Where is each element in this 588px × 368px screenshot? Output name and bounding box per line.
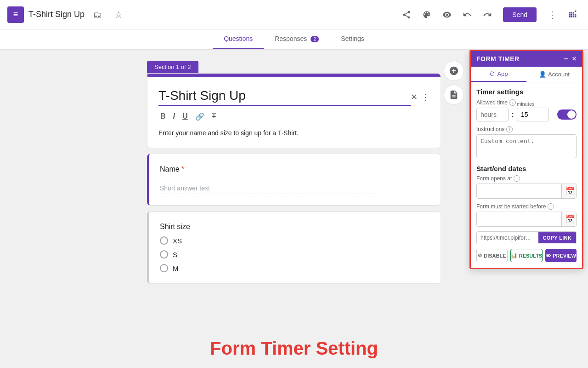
minutes-label: minutes xyxy=(517,101,535,107)
star-button[interactable]: ☆ xyxy=(110,6,127,23)
instructions-info-icon[interactable]: i xyxy=(506,126,513,132)
form-timer-header: FORM TIMER − × xyxy=(471,51,582,67)
form-area: Section 1 of 2 T-Shirt Sign Up ✕ ⋮ B I U… xyxy=(147,61,441,357)
format-toolbar: B I U 🔗 T̶ xyxy=(158,111,430,122)
disable-button[interactable]: ⊘ DISABLE xyxy=(476,249,508,262)
account-tab-label: Account xyxy=(548,71,570,78)
opens-at-label: Form opens at xyxy=(476,175,512,182)
main-content: Section 1 of 2 T-Shirt Sign Up ✕ ⋮ B I U… xyxy=(0,50,588,368)
must-start-label: Form must be started before xyxy=(476,203,546,210)
radio-circle-m[interactable] xyxy=(160,264,168,272)
ft-tab-app[interactable]: ⏱ App xyxy=(471,67,526,82)
radio-label-m: M xyxy=(173,264,179,272)
folder-button[interactable]: 🗂 xyxy=(89,6,106,23)
question-title-name: Name * xyxy=(160,165,430,173)
bold-button[interactable]: B xyxy=(158,111,168,122)
form-title-actions: ✕ ⋮ xyxy=(411,92,430,102)
form-timer-body: Timer settings Allowed time i : minutes … xyxy=(471,82,582,268)
opens-at-label-row: Form opens at i xyxy=(476,175,577,182)
hours-input[interactable] xyxy=(476,108,509,121)
question-title-shirt-size: Shirt size xyxy=(160,223,430,231)
preview-icon-button[interactable] xyxy=(439,6,455,23)
action-row: ⊘ DISABLE 📊 RESULTS 👁 PREVIEW xyxy=(476,249,577,262)
opens-at-calendar-button[interactable]: 📅 xyxy=(561,184,577,198)
time-colon: : xyxy=(511,110,514,120)
allowed-time-label: Allowed time xyxy=(476,99,508,106)
clear-format-button[interactable]: T̶ xyxy=(210,111,218,122)
italic-button[interactable]: I xyxy=(171,111,177,122)
form-title-row: T-Shirt Sign Up ✕ ⋮ xyxy=(158,88,430,106)
app-tab-label: App xyxy=(497,70,508,77)
results-button[interactable]: 📊 RESULTS xyxy=(510,249,543,262)
opens-at-input[interactable] xyxy=(477,185,561,197)
must-start-input-row: 📅 xyxy=(476,212,577,227)
toolbar-icons: Send ⋮ xyxy=(398,6,581,23)
close-button[interactable]: × xyxy=(572,55,577,63)
instructions-label: Instructions xyxy=(476,126,504,132)
underline-button[interactable]: U xyxy=(181,111,190,122)
radio-label-s: S xyxy=(173,251,177,259)
link-button[interactable]: 🔗 xyxy=(193,111,206,122)
start-end-title: Start/end dates xyxy=(476,165,577,172)
top-bar: ≡ T-Shirt Sign Up 🗂 ☆ Send ⋮ xyxy=(0,0,588,29)
ft-tab-account[interactable]: 👤 Account xyxy=(526,67,582,82)
must-start-label-row: Form must be started before i xyxy=(476,203,577,210)
more-options-button[interactable]: ⋮ xyxy=(544,6,560,23)
form-timer-panel: FORM TIMER − × ⏱ App 👤 Account Timer set… xyxy=(469,50,583,269)
top-bar-left: ≡ T-Shirt Sign Up 🗂 ☆ xyxy=(7,6,398,23)
toggle-knob xyxy=(567,110,576,119)
radio-circle-xs[interactable] xyxy=(160,236,168,245)
must-start-row: Form must be started before i 📅 xyxy=(476,203,577,227)
must-start-info-icon[interactable]: i xyxy=(548,203,554,210)
question-card-name: Name * Short answer text xyxy=(147,154,441,206)
tab-bar: Questions Responses 2 Settings xyxy=(0,29,588,50)
short-answer-placeholder: Short answer text xyxy=(160,184,376,194)
share-icon-button[interactable] xyxy=(398,6,415,23)
bottom-text: Form Timer Setting xyxy=(210,338,378,359)
radio-option-s: S xyxy=(160,250,430,259)
form-timer-title: FORM TIMER xyxy=(476,55,520,63)
app-tab-icon: ⏱ xyxy=(489,70,495,77)
radio-circle-s[interactable] xyxy=(160,250,168,259)
form-title: T-Shirt Sign Up xyxy=(158,88,411,106)
collapse-icon[interactable]: ✕ xyxy=(411,92,418,102)
timer-toggle[interactable] xyxy=(557,109,577,120)
redo-button[interactable] xyxy=(479,6,496,23)
minimize-button[interactable]: − xyxy=(564,55,568,63)
tab-settings[interactable]: Settings xyxy=(330,29,375,49)
form-timer-tabs: ⏱ App 👤 Account xyxy=(471,67,582,82)
form-timer-header-icons: − × xyxy=(564,55,577,63)
opens-at-input-row: 📅 xyxy=(476,184,577,199)
results-label: RESULTS xyxy=(519,253,543,259)
link-row: https://timer.pipiform.com... COPY LINK xyxy=(476,231,577,244)
radio-option-m: M xyxy=(160,264,430,272)
preview-action-button[interactable]: 👁 PREVIEW xyxy=(545,249,577,262)
radio-label-xs: XS xyxy=(173,237,182,245)
more-icon[interactable]: ⋮ xyxy=(421,92,430,102)
document-title: T-Shirt Sign Up xyxy=(28,10,85,19)
app-icon: ≡ xyxy=(7,6,24,23)
must-start-calendar-button[interactable]: 📅 xyxy=(561,212,577,226)
palette-icon-button[interactable] xyxy=(418,6,435,23)
instructions-label-row: Instructions i xyxy=(476,126,577,132)
responses-badge: 2 xyxy=(311,36,319,42)
undo-button[interactable] xyxy=(459,6,475,23)
form-description: Enter your name and size to sign up for … xyxy=(158,129,430,137)
account-tab-icon: 👤 xyxy=(539,71,546,78)
preview-icon: 👁 xyxy=(546,253,551,259)
time-input-row: : minutes 15 xyxy=(476,108,577,121)
add-question-button[interactable] xyxy=(444,61,464,81)
allowed-time-info-icon[interactable]: i xyxy=(509,99,516,106)
instructions-textarea[interactable]: Custom content. xyxy=(476,134,577,158)
disable-icon: ⊘ xyxy=(478,253,482,259)
minutes-input[interactable]: 15 xyxy=(517,108,549,121)
tab-responses[interactable]: Responses 2 xyxy=(264,29,330,49)
grid-view-button[interactable] xyxy=(564,6,581,23)
opens-at-info-icon[interactable]: i xyxy=(514,175,520,182)
minutes-wrap: minutes 15 xyxy=(517,108,549,121)
tab-questions[interactable]: Questions xyxy=(213,29,264,49)
copy-link-button[interactable]: COPY LINK xyxy=(538,232,576,243)
send-button[interactable]: Send xyxy=(503,7,537,22)
must-start-input[interactable] xyxy=(477,213,561,225)
import-button[interactable] xyxy=(444,85,464,105)
